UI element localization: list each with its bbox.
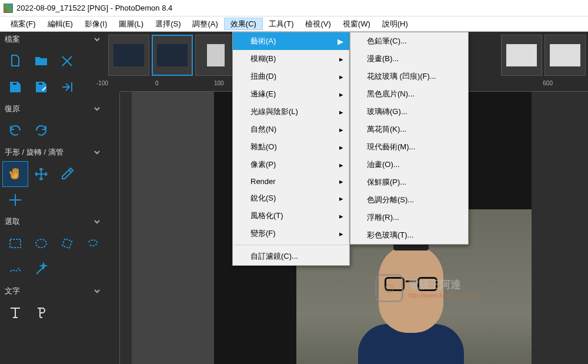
menu-item-blur[interactable]: 模糊(B)▸: [233, 50, 349, 68]
menu-item-edge[interactable]: 邊緣(E)▸: [233, 85, 349, 103]
rect-select-button[interactable]: [2, 231, 28, 256]
poly-select-button[interactable]: [54, 231, 80, 256]
menu-item-custom-filter[interactable]: 自訂濾鏡(C)...: [233, 248, 349, 265]
menu-item-kaleidoscope[interactable]: 萬花筒(K)...: [350, 121, 468, 138]
fancy-text-tool-button[interactable]: [28, 300, 54, 326]
sidebar-section-tools[interactable]: 手形 / 旋轉 / 滴管: [0, 145, 106, 160]
menu-help[interactable]: 說明(H): [376, 18, 414, 30]
svg-rect-2: [10, 239, 21, 248]
magic-wand-button[interactable]: [28, 256, 54, 282]
sidebar-section-undo-label: 復原: [5, 103, 20, 114]
app-icon: [4, 4, 13, 13]
ruler-vertical: [106, 92, 120, 364]
menu-adjust[interactable]: 調整(A): [186, 18, 223, 30]
menu-item-nature[interactable]: 自然(N)▸: [233, 121, 349, 138]
chevron-down-icon: [93, 287, 101, 295]
menu-item-plastic-wrap[interactable]: 保鮮膜(P)...: [350, 173, 468, 191]
menu-item-glass-tiles[interactable]: 玻璃磚(G)...: [350, 103, 468, 121]
rect-select-icon: [8, 236, 22, 251]
crop-tool-button[interactable]: [2, 187, 28, 213]
chevron-down-icon: [93, 148, 101, 156]
menu-item-pixelate[interactable]: 像素(P)▸: [233, 156, 349, 173]
undo-toolgrid: [0, 116, 106, 145]
menu-item-light-shadow[interactable]: 光線與陰影(L)▸: [233, 103, 349, 121]
menu-item-stained-glass[interactable]: 彩色玻璃(T)...: [350, 226, 468, 244]
move-icon: [34, 167, 48, 181]
lasso-select-button[interactable]: [80, 231, 106, 256]
document-thumb[interactable]: [544, 35, 586, 76]
new-file-button[interactable]: [2, 48, 28, 74]
sidebar-section-select[interactable]: 選取: [0, 214, 106, 229]
ruler-tick: 600: [543, 80, 553, 86]
sidebar-section-file[interactable]: 檔案: [0, 32, 106, 47]
close-button[interactable]: [54, 48, 80, 74]
menu-layer[interactable]: 圖層(L): [113, 18, 149, 30]
export-button[interactable]: [54, 74, 80, 100]
watermark: ☺ 電腦王阿達 http://www.kocpc.com.tw: [375, 274, 479, 302]
menu-image[interactable]: 影像(I): [79, 18, 113, 30]
document-thumb[interactable]: [501, 35, 542, 76]
menu-item-film-noir[interactable]: 黑色底片(N)...: [350, 85, 468, 103]
file-toolgrid: [0, 47, 106, 101]
menu-select[interactable]: 選擇(S): [149, 18, 186, 30]
poly-select-icon: [60, 236, 74, 251]
save-button[interactable]: [2, 74, 28, 100]
ruler-tick: -100: [96, 80, 108, 86]
sidebar-section-text-label: 文字: [5, 286, 20, 296]
document-thumb[interactable]: [108, 35, 149, 76]
menu-item-relief[interactable]: 浮雕(R)...: [350, 209, 468, 226]
eyedropper-tool-button[interactable]: [54, 161, 80, 187]
sidebar-section-text[interactable]: 文字: [0, 283, 106, 299]
menu-bar: 檔案(F) 編輯(E) 影像(I) 圖層(L) 選擇(S) 調整(A) 效果(C…: [0, 16, 588, 32]
save-as-icon: [34, 80, 48, 94]
lasso-select-icon: [86, 236, 100, 251]
redo-icon: [34, 123, 48, 138]
menu-item-oil-paint[interactable]: 油畫(O)...: [350, 156, 468, 173]
open-folder-button[interactable]: [28, 48, 54, 74]
select-toolgrid: [0, 229, 106, 283]
undo-button[interactable]: [2, 118, 28, 143]
freehand-select-button[interactable]: [2, 256, 28, 282]
menu-effects[interactable]: 效果(C): [224, 18, 263, 30]
chevron-down-icon: [93, 105, 101, 113]
ellipse-select-button[interactable]: [28, 231, 54, 256]
document-thumb[interactable]: [195, 35, 236, 76]
chevron-down-icon: [93, 35, 101, 44]
menu-separator: [234, 245, 348, 245]
menu-item-distort[interactable]: 扭曲(D)▸: [233, 68, 349, 85]
save-as-button[interactable]: [28, 74, 54, 100]
menu-window[interactable]: 視窗(W): [337, 18, 376, 30]
menu-item-modern-art[interactable]: 現代藝術(M)...: [350, 138, 468, 156]
text-toolgrid: [0, 299, 106, 327]
menu-item-colored-pencil[interactable]: 色鉛筆(C)...: [350, 32, 468, 50]
menu-item-render[interactable]: Render▸: [233, 173, 349, 189]
effects-menu-dropdown: 藝術(A)▶ 模糊(B)▸ 扭曲(D)▸ 邊緣(E)▸ 光線與陰影(L)▸ 自然…: [232, 32, 350, 266]
move-tool-button[interactable]: [28, 161, 54, 187]
text-tool-button[interactable]: [2, 300, 28, 326]
menu-file[interactable]: 檔案(F): [5, 18, 42, 30]
hand-tool-button[interactable]: [2, 161, 28, 187]
redo-button[interactable]: [28, 118, 54, 143]
chevron-down-icon: [93, 218, 101, 226]
tools-toolgrid: [0, 160, 106, 214]
menu-edit[interactable]: 編輯(E): [42, 18, 79, 30]
document-thumb[interactable]: [152, 35, 193, 76]
fancy-text-icon: [34, 306, 48, 320]
menu-item-transform[interactable]: 變形(F)▸: [233, 225, 349, 242]
menu-item-artistic[interactable]: 藝術(A)▶: [233, 32, 349, 50]
save-icon: [8, 80, 22, 94]
svg-point-3: [36, 239, 46, 248]
menu-item-noise[interactable]: 雜點(O)▸: [233, 138, 349, 156]
menu-item-comic[interactable]: 漫畫(B)...: [350, 50, 468, 68]
menu-item-figured-glass[interactable]: 花紋玻璃 (凹痕)(F)...: [350, 68, 468, 85]
menu-item-posterize[interactable]: 色調分離(S)...: [350, 191, 468, 209]
sidebar-section-undo[interactable]: 復原: [0, 101, 106, 116]
sidebar-section-tools-label: 手形 / 旋轉 / 滴管: [5, 147, 64, 158]
menu-item-sharpen[interactable]: 銳化(S)▸: [233, 189, 349, 207]
menu-item-stylize[interactable]: 風格化(T)▸: [233, 207, 349, 225]
menu-tools[interactable]: 工具(T): [263, 18, 300, 30]
menu-view[interactable]: 檢視(V): [299, 18, 336, 30]
freehand-icon: [8, 262, 22, 276]
file-icon: [8, 54, 22, 68]
export-icon: [60, 80, 74, 94]
